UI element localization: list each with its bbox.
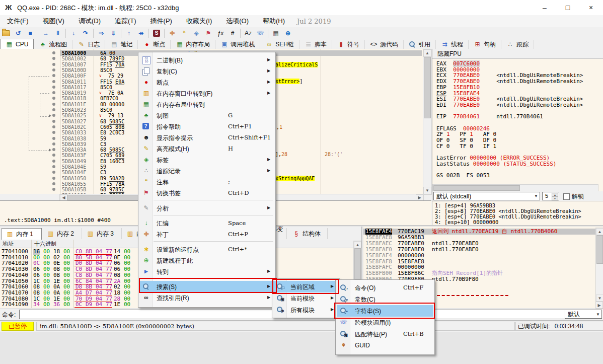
dump-tab-内存 1[interactable]: ▥内存 1 (2, 228, 42, 240)
submenu-current-module[interactable]: ▣当前模块▶ (273, 293, 338, 304)
menu-graph[interactable]: ♣制图G (139, 110, 274, 121)
command-profile-select[interactable]: 默认 ▼ (565, 310, 602, 319)
scroll-thumb[interactable] (354, 248, 361, 279)
breakpoint-dot-icon[interactable] (52, 57, 55, 60)
step-over-button[interactable]: ↷ (80, 28, 92, 39)
menubar-item[interactable]: 调试(D) (71, 15, 108, 27)
menu-analysis[interactable]: ✎分析▶ (139, 202, 274, 213)
menubar-item[interactable]: 视图(V) (36, 15, 71, 27)
hide-fpu-header[interactable]: 隐藏FPU (432, 49, 603, 59)
breakpoint-dot-icon[interactable] (52, 171, 55, 174)
menubar-item[interactable]: 追踪(T) (108, 15, 143, 27)
tab-handles[interactable]: ⊞句柄 (469, 40, 501, 49)
menubar-item[interactable]: 帮助(H) (256, 15, 292, 27)
search-intermodular-calls[interactable]: ☏跨模块调用(I) (337, 317, 433, 328)
menu-follow-in-memory-map[interactable]: ▦在内存布局中转到 (139, 99, 274, 110)
tab-seh[interactable]: ∞SEH链 (260, 40, 299, 49)
calculator-button[interactable]: ▦ (270, 28, 282, 39)
dump-tab-结构体[interactable]: §结构体 (288, 228, 328, 239)
breakpoint-dot-icon[interactable] (52, 125, 55, 128)
menubar-item[interactable]: 收藏夹(I) (179, 15, 219, 27)
menu-new-thread-here[interactable]: ⊕新建线程于此 (139, 255, 274, 266)
scroll-thumb[interactable] (424, 57, 431, 118)
register-line[interactable]: EIP 770B4061 ntdll.770B4061 (436, 114, 543, 120)
comment-button[interactable]: “ (178, 28, 190, 39)
menu-instruction-help[interactable]: ?指令帮助Ctrl+F1 (139, 121, 274, 132)
breakpoint-dot-icon[interactable] (52, 188, 55, 191)
menu-follow-in-dump[interactable]: ▥在内存窗口中转到(F)▶ (139, 88, 274, 99)
settings-button[interactable]: S (150, 28, 163, 39)
arg-count-stepper[interactable]: 5 ▲ ▼ (542, 192, 559, 200)
breakpoint-dot-icon[interactable] (52, 154, 55, 157)
menu-mnemonic-brief[interactable]: ☻显示指令提示Ctrl+Shift+F1 (139, 132, 274, 143)
checkbox-icon[interactable] (563, 193, 570, 200)
calling-convention-select[interactable]: 默认 (stdcall) ▼ (433, 192, 540, 200)
bookmark-button[interactable]: ⚑ (202, 28, 214, 39)
menu-goto[interactable]: ►转到▶ (139, 266, 274, 277)
menu-assemble[interactable]: ↓汇编Space (139, 217, 274, 229)
tab-breakpoints[interactable]: ●断点 (138, 40, 171, 49)
breakpoint-dot-icon[interactable] (52, 108, 55, 111)
breakpoint-dot-icon[interactable] (52, 103, 55, 106)
breakpoint-dot-icon[interactable] (52, 120, 55, 123)
breakpoint-dot-icon[interactable] (52, 80, 55, 83)
breakpoint-dot-icon[interactable] (52, 148, 55, 151)
menubar-item[interactable]: 插件(P) (143, 15, 179, 27)
breakpoint-dot-icon[interactable] (52, 114, 55, 117)
menu-toggle-bookmark[interactable]: ⚑切换书签Ctrl+D (139, 187, 274, 198)
globe-button[interactable]: ⊕ (282, 28, 294, 39)
scroll-up-icon[interactable]: ▲ (423, 49, 431, 57)
menu-comment[interactable]: “注释; (139, 176, 274, 187)
restart-button[interactable]: ↺ (12, 28, 24, 39)
menu-patch[interactable]: ✚补丁Ctrl+P (139, 229, 274, 240)
stop-button[interactable]: ■ (24, 28, 36, 39)
xref-phone-button[interactable]: ☏ (254, 28, 266, 39)
breakpoint-dot-icon[interactable] (52, 182, 55, 185)
scroll-right-icon[interactable]: ▶ (595, 302, 603, 309)
register-line[interactable]: LastStatus 00000000 (STATUS_SUCCESS) (436, 161, 556, 167)
functions-button[interactable]: ƒx (214, 28, 227, 39)
search-guid[interactable]: ♠GUID (337, 340, 433, 351)
step-out-button[interactable]: ↑ (123, 28, 135, 39)
tab-notes[interactable]: ▤笔记 (105, 40, 138, 49)
maximize-button[interactable]: □ (556, 0, 579, 15)
tab-memory-map[interactable]: ▦内存布局 (171, 40, 215, 49)
search-pattern[interactable]: ▦匹配特征(P)Ctrl+B (337, 328, 433, 340)
menu-highlight-mode[interactable]: ✎高亮模式(H)H (139, 143, 274, 154)
tab-graph[interactable]: ♣流程图 (34, 40, 72, 49)
tab-cpu[interactable]: ▦CPU (0, 39, 34, 49)
submenu-all-modules[interactable]: ∗所有模块▶ (273, 304, 338, 316)
stack-row[interactable]: 15E8FAF0770EABE0ntdll.770EABE0 (363, 247, 603, 253)
menu-find-references[interactable]: ∞查找引用(R)▶ (139, 292, 274, 303)
breakpoint-dot-icon[interactable] (52, 97, 55, 100)
label-button[interactable]: ◈ (190, 28, 202, 39)
strings-button[interactable]: Az (242, 28, 254, 39)
submenu-current-region[interactable]: □当前区域▶ (273, 281, 338, 293)
stack-row[interactable]: 15E8FAEC770EABE0ntdll.770EABE0 (363, 241, 603, 247)
spin-down-icon[interactable]: ▼ (552, 196, 558, 201)
tab-script[interactable]: ☰脚本 (299, 40, 332, 49)
menu-copy[interactable]: 复制(C)▶ (139, 65, 274, 77)
breakpoint-dot-icon[interactable] (52, 165, 55, 168)
stack-vscrollbar[interactable]: ▲ ▼ (595, 228, 603, 302)
breakpoint-dot-icon[interactable] (52, 177, 55, 180)
breakpoint-dot-icon[interactable] (52, 91, 55, 94)
menu-set-new-origin[interactable]: ∗设置新的运行点Ctrl+* (139, 244, 274, 255)
execute-till-return-button[interactable]: ⇓ (107, 28, 119, 39)
tab-call-stack[interactable]: ▣调用堆栈 (215, 40, 260, 49)
menu-search[interactable]: 搜索(S)▶ (139, 281, 274, 292)
scroll-down-icon[interactable]: ▼ (423, 187, 431, 194)
patch-button[interactable]: ✚ (166, 28, 178, 39)
disasm-vscrollbar[interactable]: ▲ ▼ (423, 49, 432, 195)
tab-log[interactable]: ✎日志 (72, 40, 105, 49)
minimize-button[interactable]: – (533, 0, 556, 15)
tab-trace[interactable]: ∴跟踪 (501, 40, 534, 49)
tab-references[interactable]: 引用 (404, 40, 436, 49)
menubar-item[interactable]: 文件(F) (0, 15, 36, 27)
step-into-button[interactable]: ↓ (67, 28, 80, 39)
trace-into-button[interactable]: ⇒ (95, 28, 107, 39)
menu-binary[interactable]: 0110二进制(B)▶ (139, 54, 274, 65)
stack-row[interactable]: 15E8FAF400000000 (363, 253, 603, 259)
run-button[interactable]: → (40, 28, 52, 39)
register-line[interactable]: EDI 770EABE0 <ntdll.DbgUiRemoteBreakin> (436, 102, 583, 108)
